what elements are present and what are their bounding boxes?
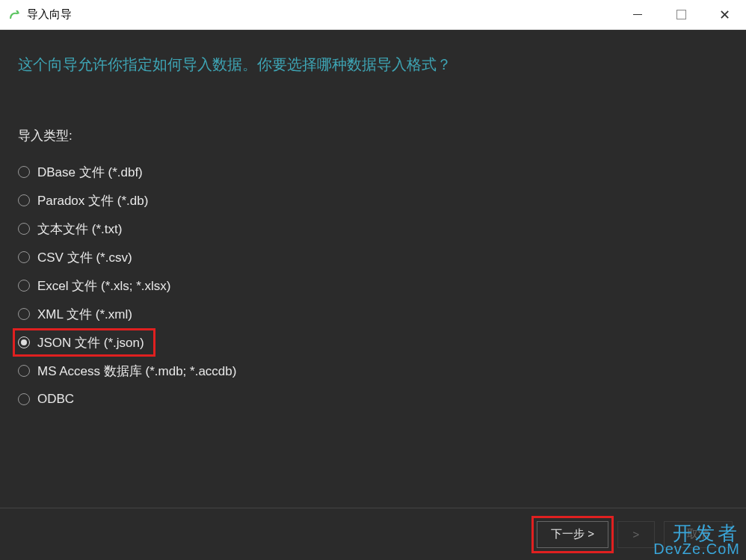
radio-option-4[interactable]: Excel 文件 (*.xls; *.xlsx) <box>18 271 728 300</box>
radio-circle-icon <box>18 308 30 320</box>
radio-label: CSV 文件 (*.csv) <box>37 249 132 266</box>
minimize-button[interactable] <box>616 0 659 29</box>
radio-circle-icon <box>18 194 30 206</box>
wizard-header-text: 这个向导允许你指定如何导入数据。你要选择哪种数据导入格式？ <box>18 54 728 75</box>
next-button[interactable]: 下一步 > <box>537 521 608 548</box>
radio-option-5[interactable]: XML 文件 (*.xml) <box>18 300 728 328</box>
radio-circle-icon <box>18 365 30 377</box>
radio-label: ODBC <box>37 392 74 407</box>
maximize-button[interactable] <box>659 0 703 29</box>
radio-option-7[interactable]: MS Access 数据库 (*.mdb; *.accdb) <box>18 357 728 385</box>
radio-circle-icon <box>18 251 30 263</box>
window-title: 导入向导 <box>27 7 616 22</box>
app-icon <box>7 8 21 22</box>
radio-option-3[interactable]: CSV 文件 (*.csv) <box>18 243 728 271</box>
radio-label: Paradox 文件 (*.db) <box>37 192 148 209</box>
close-button[interactable]: ✕ <box>703 0 746 29</box>
radio-option-8[interactable]: ODBC <box>18 385 728 413</box>
radio-option-2[interactable]: 文本文件 (*.txt) <box>18 215 728 243</box>
window-controls: ✕ <box>616 0 746 29</box>
radio-label: MS Access 数据库 (*.mdb; *.accdb) <box>37 363 236 380</box>
radio-label: DBase 文件 (*.dbf) <box>37 164 143 181</box>
radio-label: Excel 文件 (*.xls; *.xlsx) <box>37 277 171 295</box>
radio-circle-icon <box>18 336 30 348</box>
wizard-footer: 下一步 > > 取消 <box>0 508 746 560</box>
radio-option-0[interactable]: DBase 文件 (*.dbf) <box>18 158 728 186</box>
cancel-button[interactable]: 取消 <box>664 521 733 548</box>
radio-option-1[interactable]: Paradox 文件 (*.db) <box>18 186 728 215</box>
radio-circle-icon <box>18 223 30 235</box>
partial-button[interactable]: > <box>617 521 655 548</box>
radio-circle-icon <box>18 166 30 178</box>
import-type-label: 导入类型: <box>18 127 728 144</box>
titlebar: 导入向导 ✕ <box>0 0 746 30</box>
radio-label: XML 文件 (*.xml) <box>37 306 132 323</box>
radio-label: JSON 文件 (*.json) <box>37 334 144 351</box>
import-type-radio-list: DBase 文件 (*.dbf)Paradox 文件 (*.db)文本文件 (*… <box>18 158 728 413</box>
radio-circle-icon <box>18 393 30 405</box>
radio-label: 文本文件 (*.txt) <box>37 221 122 238</box>
wizard-content: 这个向导允许你指定如何导入数据。你要选择哪种数据导入格式？ 导入类型: DBas… <box>0 30 746 508</box>
radio-option-6[interactable]: JSON 文件 (*.json) <box>13 328 155 357</box>
radio-circle-icon <box>18 280 30 292</box>
